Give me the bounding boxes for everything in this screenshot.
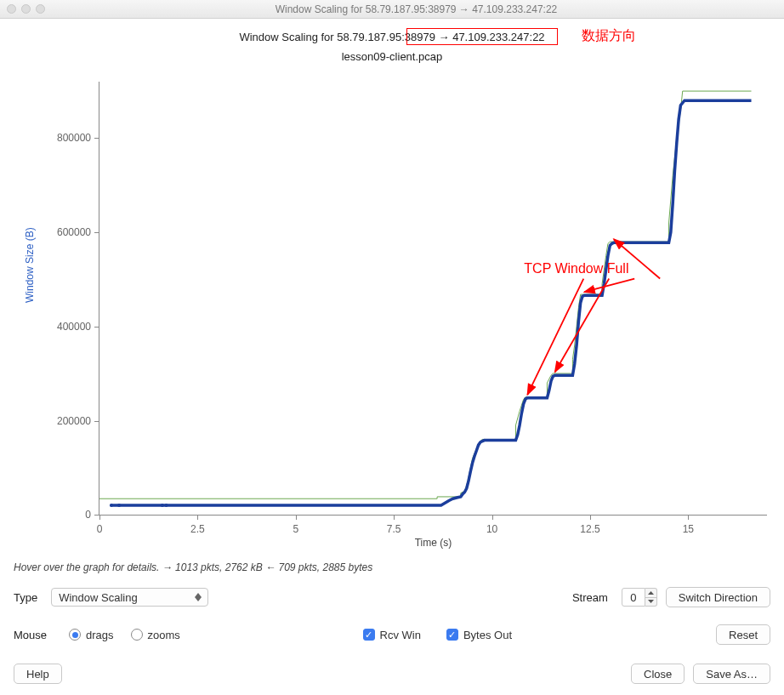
bytes-out-checkbox[interactable]: ✓ Bytes Out (446, 629, 512, 641)
close-window-icon[interactable] (7, 4, 16, 14)
svg-point-3 (165, 504, 168, 507)
annotation-data-direction: 数据方向 (582, 27, 636, 45)
plot-area[interactable]: 0 200000 400000 600000 800000 0 2.5 5 7.… (99, 82, 767, 516)
type-select[interactable]: Window Scaling (51, 588, 208, 607)
stream-input[interactable]: 0 (622, 588, 645, 607)
chart-subtitle: lesson09-client.pcap (14, 50, 770, 63)
rcv-win-checkbox[interactable]: ✓ Rcv Win (363, 629, 421, 641)
stream-stepper[interactable] (645, 588, 657, 607)
titlebar: Window Scaling for 58.79.187.95:38979 → … (0, 0, 784, 19)
radio-label: drags (86, 629, 114, 641)
window-title: Window Scaling for 58.79.187.95:38979 → … (55, 3, 777, 15)
mouse-label: Mouse (14, 629, 47, 641)
mouse-zooms-radio[interactable]: zooms (131, 629, 180, 641)
checkbox-icon: ✓ (363, 629, 375, 641)
plot-svg: TCP Window Full (99, 82, 767, 515)
chevron-up-icon[interactable] (645, 589, 656, 598)
type-label: Type (14, 591, 37, 604)
annotation-tcp-window-full: TCP Window Full (524, 261, 628, 276)
reset-button[interactable]: Reset (716, 624, 770, 645)
svg-point-0 (110, 504, 113, 507)
svg-point-1 (117, 504, 121, 507)
type-select-value: Window Scaling (59, 591, 138, 604)
checkbox-label: Bytes Out (463, 629, 512, 641)
x-axis-label: Time (s) (99, 537, 767, 549)
radio-icon (69, 629, 81, 641)
zoom-window-icon[interactable] (36, 4, 45, 14)
switch-direction-button[interactable]: Switch Direction (666, 587, 770, 607)
chevron-down-icon[interactable] (645, 598, 656, 607)
annotation-arrow (555, 279, 610, 373)
chevron-updown-icon (192, 591, 204, 603)
y-axis-label: Window Size (B) (24, 227, 36, 303)
save-as-button[interactable]: Save As… (693, 664, 770, 684)
radio-icon (131, 629, 143, 641)
annotation-red-box (406, 28, 558, 45)
svg-point-2 (161, 504, 164, 507)
chart-area[interactable]: Window Scaling for 58.79.187.95:38979 → … (14, 31, 770, 555)
series-bytes-out (111, 100, 752, 505)
series-rcv-win (99, 91, 752, 498)
help-button[interactable]: Help (14, 664, 62, 684)
checkbox-icon: ✓ (446, 629, 458, 641)
checkbox-label: Rcv Win (380, 629, 421, 641)
close-button[interactable]: Close (631, 664, 685, 684)
minimize-window-icon[interactable] (21, 4, 31, 14)
annotation-arrow (584, 279, 634, 293)
mouse-drags-radio[interactable]: drags (69, 629, 114, 641)
window-controls (7, 4, 45, 14)
stream-label: Stream (572, 591, 608, 604)
radio-label: zooms (148, 629, 180, 641)
hover-details: Hover over the graph for details. → 1013… (14, 561, 770, 573)
